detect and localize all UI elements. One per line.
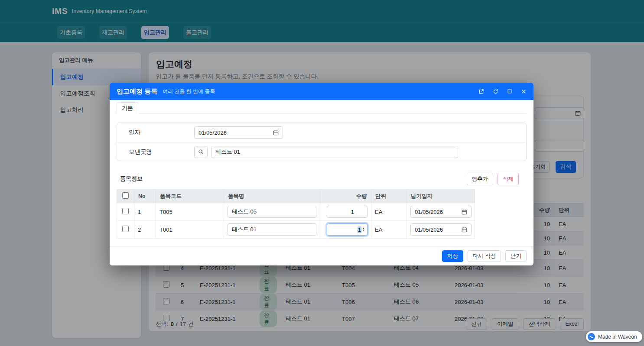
date-input[interactable]: 01/05/2026 (194, 126, 283, 139)
modal-header: 입고예정 등록 여러 건을 한 번에 등록 (110, 83, 533, 100)
add-row-button[interactable]: 행추가 (467, 173, 494, 185)
inbound-plan-register-modal: 입고예정 등록 여러 건을 한 번에 등록 기본 일자 01/05/2026 (110, 83, 533, 265)
waveon-logo-icon (588, 333, 595, 340)
item-name-cell: 테스트 05 (224, 203, 320, 221)
rewrite-button[interactable]: 다시 작성 (468, 250, 501, 262)
item-no-cell: 2 (134, 221, 156, 239)
close-button[interactable]: 닫기 (505, 250, 527, 262)
date-label: 일자 (117, 129, 194, 136)
item-due-cell: 01/05/2026 (407, 221, 475, 239)
item-name-input[interactable]: 테스트 05 (228, 206, 316, 218)
calendar-icon[interactable] (462, 227, 467, 233)
items-header-name: 품목명 (224, 190, 320, 203)
sender-input[interactable]: 테스트 01 (211, 146, 458, 158)
item-qty-value: 1 (351, 209, 354, 215)
items-header-due: 납기일자 (407, 190, 475, 203)
items-header-code: 품목코드 (156, 190, 224, 203)
calendar-icon[interactable] (462, 209, 467, 215)
waveon-text: Made in Waveon (598, 334, 637, 340)
number-spinner-icon[interactable]: ▲▼ (362, 227, 365, 232)
item-name-cell: 테스트 01 (224, 221, 320, 239)
maximize-icon[interactable] (507, 89, 512, 94)
item-qty-input[interactable]: 1 (327, 206, 368, 218)
item-row-checkbox[interactable] (122, 208, 129, 214)
item-no-cell: 1 (134, 203, 156, 221)
items-table: No 품목코드 품목명 수량 단위 납기일자 1 T005 테스트 05 1 E… (117, 189, 475, 239)
items-header-no: No (134, 190, 156, 203)
form-row-sender: 보낸곳명 테스트 01 (117, 142, 526, 161)
tab-basic[interactable]: 기본 (117, 102, 138, 114)
item-code-cell: T005 (156, 203, 224, 221)
item-qty-cell: 1 ▲▼ (320, 221, 371, 239)
items-section-title: 품목정보 (117, 175, 143, 183)
item-unit-cell: EA (371, 221, 407, 239)
modal-subtitle: 여러 건을 한 번에 등록 (163, 88, 215, 95)
item-qty-input-focused[interactable]: 1 ▲▼ (327, 223, 368, 236)
sender-value: 테스트 01 (215, 148, 240, 156)
modal-footer: 저장 다시 작성 닫기 (110, 246, 533, 265)
sender-search-button[interactable] (194, 146, 208, 158)
delete-row-button[interactable]: 삭제 (498, 173, 519, 185)
item-row: 2 T001 테스트 01 1 ▲▼ EA 01/05/2026 (117, 221, 475, 239)
modal-tabbar: 기본 (117, 102, 527, 113)
modal-form: 일자 01/05/2026 보낸곳명 테스트 01 (117, 123, 527, 161)
items-header-unit: 단위 (371, 190, 407, 203)
date-value: 01/05/2026 (198, 129, 227, 136)
item-due-cell: 01/05/2026 (407, 203, 475, 221)
form-row-date: 일자 01/05/2026 (117, 123, 526, 142)
item-name-value: 테스트 05 (232, 208, 257, 216)
item-due-date-input[interactable]: 01/05/2026 (410, 206, 472, 218)
item-due-date-input[interactable]: 01/05/2026 (410, 223, 472, 236)
items-select-all-checkbox[interactable] (122, 192, 129, 199)
items-header-qty: 수량 (320, 190, 371, 203)
save-button[interactable]: 저장 (442, 250, 463, 262)
item-row-checkbox[interactable] (122, 226, 129, 232)
popout-icon[interactable] (478, 89, 484, 94)
sender-label: 보낸곳명 (117, 148, 194, 156)
item-name-value: 테스트 01 (232, 226, 257, 233)
item-name-input[interactable]: 테스트 01 (228, 223, 316, 236)
item-unit-cell: EA (371, 203, 407, 221)
item-qty-cell: 1 (320, 203, 371, 221)
item-row: 1 T005 테스트 05 1 EA 01/05/2026 (117, 203, 475, 221)
calendar-icon[interactable] (273, 130, 279, 136)
modal-title: 입고예정 등록 (117, 87, 157, 96)
item-due-value: 01/05/2026 (415, 209, 443, 215)
items-header-row: No 품목코드 품목명 수량 단위 납기일자 (117, 190, 475, 203)
items-section-header: 품목정보 행추가 삭제 (117, 172, 527, 186)
item-qty-value-selected: 1 (358, 226, 361, 233)
item-check-cell (117, 203, 134, 221)
item-due-value: 01/05/2026 (415, 226, 443, 233)
items-select-all-cell (117, 190, 134, 203)
close-icon[interactable] (521, 89, 527, 94)
item-code-cell: T001 (156, 221, 224, 239)
refresh-icon[interactable] (493, 89, 498, 94)
waveon-badge[interactable]: Made in Waveon (586, 331, 642, 342)
item-check-cell (117, 221, 134, 239)
